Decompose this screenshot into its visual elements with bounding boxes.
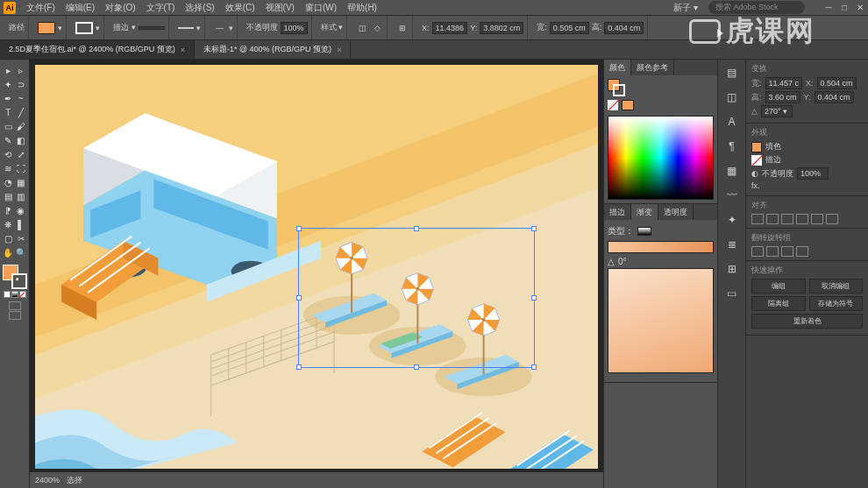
btn-recolor[interactable]: 重新着色	[751, 314, 863, 329]
fx-icon[interactable]: fx.	[751, 181, 760, 190]
panel-tab-stroke[interactable]: 描边	[604, 204, 631, 220]
stroke-swatch[interactable]	[75, 22, 93, 34]
panel-tab-gradient[interactable]: 渐变	[631, 204, 658, 220]
free-transform-tool[interactable]: ⛶	[15, 161, 28, 175]
menu-object[interactable]: 对象(O)	[105, 2, 135, 14]
stroke-label[interactable]: 描边 ▾	[113, 22, 136, 33]
style-label[interactable]: 样式 ▾	[321, 22, 344, 33]
eraser-tool[interactable]: ◧	[15, 133, 28, 147]
y-input[interactable]: 3.8802 cm	[480, 22, 523, 34]
brush-tool[interactable]: 🖌	[15, 119, 28, 133]
rotate-tool[interactable]: ⟲	[2, 147, 15, 161]
tab-doc-2[interactable]: 未标题-1* @ 400% (RGB/GPU 预览)×	[195, 40, 351, 59]
artboards-icon[interactable]: ▭	[724, 286, 740, 301]
tab-close-icon[interactable]: ×	[181, 46, 185, 54]
pf-minus-icon[interactable]	[766, 246, 779, 257]
gradient-slider[interactable]	[608, 241, 714, 253]
lasso-tool[interactable]: ⊃	[15, 77, 28, 91]
curvature-tool[interactable]: ~	[15, 91, 28, 105]
symbols-icon[interactable]: ✦	[724, 212, 740, 228]
menu-view[interactable]: 视图(V)	[266, 2, 295, 14]
window-max-icon[interactable]: □	[840, 4, 849, 12]
appearance-stroke-swatch[interactable]	[751, 155, 762, 166]
properties-icon[interactable]: ▤	[724, 65, 740, 81]
appearance-opacity[interactable]: 100%	[797, 167, 829, 180]
stroke-weight-input[interactable]	[139, 26, 165, 30]
draw-mode-toggle[interactable]	[2, 301, 27, 320]
transform-icon[interactable]: ⊞	[396, 22, 409, 34]
artboard-tool[interactable]: ▢	[2, 231, 15, 245]
tab-close-icon[interactable]: ×	[337, 46, 341, 54]
x-input[interactable]: 11.4386	[432, 22, 468, 34]
pf-unite-icon[interactable]	[751, 246, 764, 257]
type-tool[interactable]: T	[2, 105, 15, 119]
tab-doc-1[interactable]: 2.5D夏季住宿包.ai* @ 2400% (RGB/GPU 预览)×	[0, 40, 195, 59]
artboard[interactable]	[35, 65, 598, 469]
panel-tab-color[interactable]: 颜色	[604, 60, 631, 75]
shape-icon[interactable]: ◇	[371, 22, 383, 34]
menu-effect[interactable]: 效果(C)	[225, 2, 255, 14]
line-tool[interactable]: ╱	[15, 105, 28, 119]
align-left-icon[interactable]	[751, 214, 764, 224]
magic-wand-tool[interactable]: ✦	[2, 77, 15, 91]
fill-stroke-swatch[interactable]	[3, 265, 27, 289]
brush-def-icon[interactable]: —	[214, 22, 226, 34]
zoom-tool[interactable]: 🔍	[15, 245, 28, 259]
libraries-icon[interactable]: ◫	[724, 89, 740, 105]
menu-select[interactable]: 选择(S)	[185, 2, 214, 14]
gradient-type-linear[interactable]	[637, 227, 651, 236]
align-icon[interactable]: ◫	[356, 22, 368, 34]
gradient-angle-input[interactable]: 0°	[618, 257, 627, 266]
menu-help[interactable]: 帮助(H)	[347, 2, 377, 14]
pf-exclude-icon[interactable]	[796, 246, 808, 257]
color-mode-toggle[interactable]	[2, 291, 27, 298]
slice-tool[interactable]: ✂	[15, 231, 28, 245]
prop-h[interactable]: 3.60 cm	[765, 91, 800, 103]
align-top-icon[interactable]	[796, 214, 808, 224]
menu-window[interactable]: 窗口(W)	[305, 2, 337, 14]
prop-x[interactable]: 0.504 cm	[817, 77, 857, 89]
panel-tab-color-guide[interactable]: 颜色参考	[631, 60, 674, 75]
appearance-fill-swatch[interactable]	[751, 142, 762, 152]
stroke-profile[interactable]	[178, 27, 194, 29]
search-input[interactable]: 搜索 Adobe Stock	[708, 1, 805, 14]
selection-bounding-box[interactable]	[298, 228, 535, 368]
char-icon[interactable]: A	[724, 114, 740, 130]
btn-save-symbol[interactable]: 存储为符号	[809, 296, 864, 311]
prop-w[interactable]: 11.457 c	[765, 77, 803, 89]
rect-tool[interactable]: ▭	[2, 119, 15, 133]
gradient-tool[interactable]: ▥	[15, 189, 28, 203]
align-bottom-icon[interactable]	[826, 214, 838, 224]
direct-select-tool[interactable]: ▹	[15, 63, 28, 77]
window-close-icon[interactable]: ✕	[856, 4, 864, 12]
w-input[interactable]: 0.505 cm	[550, 22, 589, 34]
color-spectrum[interactable]	[608, 116, 714, 200]
pen-tool[interactable]: ✒	[2, 91, 15, 105]
hand-tool[interactable]: ✋	[2, 245, 15, 259]
window-min-icon[interactable]: ─	[824, 4, 833, 12]
btn-ungroup[interactable]: 取消编组	[809, 279, 864, 294]
fill-swatch[interactable]	[38, 22, 55, 34]
mesh-tool[interactable]: ▤	[2, 189, 15, 203]
h-input[interactable]: 0.404 cm	[604, 22, 644, 34]
scale-tool[interactable]: ⤢	[15, 147, 28, 161]
asset-icon[interactable]: ⊞	[724, 261, 740, 277]
shaper-tool[interactable]: ✎	[2, 133, 15, 147]
opacity-input[interactable]: 100%	[281, 22, 308, 34]
swatches-icon[interactable]: ▦	[724, 163, 740, 179]
none-swatch[interactable]	[608, 100, 618, 110]
menu-edit[interactable]: 编辑(E)	[66, 2, 95, 14]
paragraph-icon[interactable]: ¶	[724, 138, 740, 154]
zoom-input[interactable]: 2400%	[35, 476, 60, 484]
pf-intersect-icon[interactable]	[781, 246, 793, 257]
menu-file[interactable]: 文件(F)	[26, 2, 55, 14]
blend-tool[interactable]: ◉	[15, 203, 28, 217]
align-right-icon[interactable]	[781, 214, 793, 224]
prop-y[interactable]: 0.404 cm	[815, 91, 854, 103]
menu-type[interactable]: 文字(T)	[146, 2, 175, 14]
btn-group[interactable]: 编组	[751, 279, 806, 294]
layers-icon[interactable]: ≣	[724, 237, 740, 252]
current-color-swatch[interactable]	[622, 100, 634, 110]
btn-isolate[interactable]: 隔离组	[751, 296, 806, 311]
graph-tool[interactable]: ▌	[15, 217, 28, 231]
